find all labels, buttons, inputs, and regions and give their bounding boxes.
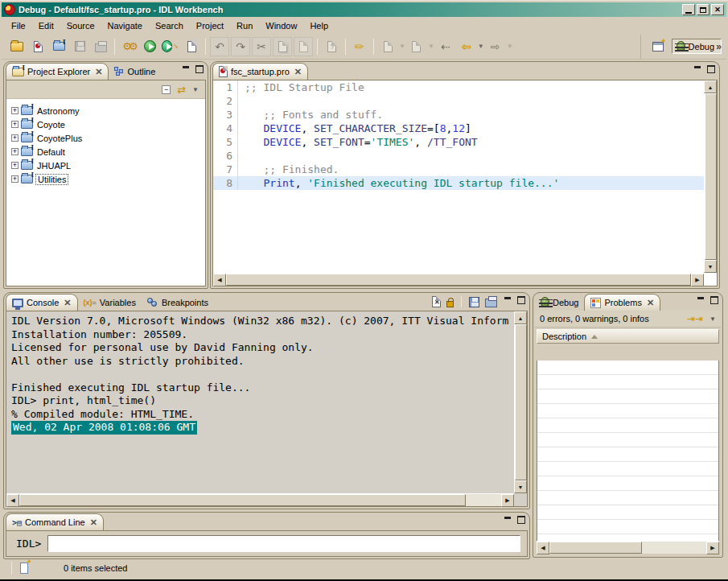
problems-scroll-right-icon[interactable]: ▶: [706, 542, 719, 554]
tree-item-astronomy[interactable]: + Astronomy: [6, 104, 205, 117]
problems-close-icon[interactable]: ✕: [647, 298, 654, 308]
new-project-button[interactable]: [49, 37, 68, 56]
description-column-header[interactable]: Description: [537, 329, 719, 344]
forward-dropdown[interactable]: ▼: [507, 43, 513, 50]
problems-minimize-icon[interactable]: [696, 296, 705, 305]
menu-window[interactable]: Window: [259, 19, 303, 33]
console-vertical-scrollbar[interactable]: ▲ ▼: [514, 311, 527, 493]
collapse-all-icon[interactable]: −: [162, 85, 171, 94]
print-button[interactable]: [91, 37, 110, 56]
debug-perspective-button[interactable]: Debug: [672, 39, 722, 54]
problems-table[interactable]: [537, 361, 719, 541]
scroll-right-icon[interactable]: ▶: [691, 274, 704, 286]
editor-horizontal-scrollbar[interactable]: ◀ ▶: [213, 273, 704, 286]
tab-debug[interactable]: Debug: [535, 294, 584, 311]
last-edit-location-button[interactable]: [378, 37, 397, 56]
console-scroll-down-icon[interactable]: ▼: [514, 480, 527, 493]
console-content[interactable]: IDL Version 7.0, Microsoft Windows (Win3…: [6, 311, 528, 507]
last-edit-dropdown[interactable]: ▼: [399, 43, 405, 50]
highlight-marker-button[interactable]: ✎: [350, 37, 369, 56]
code-line-1[interactable]: 1;; IDL Startup File: [213, 80, 704, 94]
menu-project[interactable]: Project: [190, 19, 230, 33]
command-line-close-icon[interactable]: ✕: [90, 517, 97, 528]
link-with-editor-icon[interactable]: ⇄: [177, 84, 186, 96]
project-explorer-maximize-icon[interactable]: [195, 65, 204, 74]
paste-button[interactable]: [294, 37, 313, 56]
profile-button[interactable]: [182, 37, 201, 56]
menu-navigate[interactable]: Navigate: [101, 19, 149, 33]
menu-edit[interactable]: Edit: [32, 19, 60, 33]
tree-item-utilities[interactable]: + Utilities: [6, 172, 205, 186]
expand-plus-icon[interactable]: +: [11, 148, 19, 155]
next-annotation-button[interactable]: [407, 37, 426, 56]
editor-tab-close-icon[interactable]: ✕: [294, 67, 302, 77]
code-line-5[interactable]: 5 DEVICE, SET_FONT='TIMES', /TT_FONT: [213, 135, 704, 149]
tab-console[interactable]: Console ✕: [6, 294, 78, 311]
view-menu-icon[interactable]: ▼: [192, 86, 199, 93]
scroll-down-icon[interactable]: ▼: [704, 260, 717, 273]
console-close-icon[interactable]: ✕: [64, 298, 71, 308]
expand-plus-icon[interactable]: +: [11, 175, 19, 183]
menu-file[interactable]: File: [5, 19, 32, 33]
expand-plus-icon[interactable]: +: [11, 107, 19, 114]
editor-vertical-scrollbar[interactable]: ▲ ▼: [704, 80, 717, 273]
copy-button[interactable]: [273, 37, 292, 56]
tab-outline[interactable]: Outline: [109, 63, 161, 80]
open-file-button[interactable]: [7, 37, 27, 56]
command-line-maximize-icon[interactable]: [516, 516, 525, 525]
command-line-minimize-icon[interactable]: [503, 516, 512, 525]
fast-view-icon[interactable]: [20, 562, 28, 574]
cut-button[interactable]: ✂: [252, 37, 271, 56]
menu-search[interactable]: Search: [149, 19, 190, 33]
save-console-icon[interactable]: [469, 297, 479, 307]
toolbar-overflow-chevron[interactable]: »: [716, 41, 722, 52]
clear-console-icon[interactable]: [432, 296, 441, 307]
scroll-up-icon[interactable]: ▲: [704, 80, 717, 93]
tab-problems[interactable]: Problems ✕: [584, 294, 660, 311]
redo-button[interactable]: ↷: [231, 37, 250, 56]
editor-maximize-icon[interactable]: [706, 65, 715, 74]
tree-item-default[interactable]: + Default: [6, 145, 205, 159]
scroll-lock-icon[interactable]: [446, 301, 454, 307]
problems-maximize-icon[interactable]: [709, 296, 718, 305]
save-button[interactable]: [70, 37, 89, 56]
compile-button[interactable]: ⚙⚙: [119, 37, 138, 56]
scroll-left-icon[interactable]: ◀: [213, 274, 226, 286]
code-area[interactable]: 1;; IDL Startup File23 ;; Fonts and stuf…: [213, 80, 704, 273]
editor-content[interactable]: 1;; IDL Startup File23 ;; Fonts and stuf…: [212, 80, 718, 286]
editor-minimize-icon[interactable]: [693, 65, 701, 74]
problems-scroll-left-icon[interactable]: ◀: [537, 542, 549, 554]
project-explorer-minimize-icon[interactable]: [181, 65, 190, 74]
filter-icon[interactable]: ⇥⇥: [687, 313, 703, 324]
open-perspective-button[interactable]: [648, 37, 668, 56]
code-line-3[interactable]: 3 ;; Fonts and stuff.: [213, 108, 704, 122]
console-scroll-up-icon[interactable]: ▲: [514, 311, 527, 324]
maximize-button[interactable]: [697, 4, 709, 15]
tree-item-coyoteplus[interactable]: + CoyotePlus: [6, 131, 205, 145]
menu-help[interactable]: Help: [303, 19, 335, 33]
tab-breakpoints[interactable]: Breakpoints: [142, 294, 214, 311]
tree-item-jhuapl[interactable]: + JHUAPL: [6, 159, 205, 172]
forward-button[interactable]: ⇨: [486, 37, 505, 56]
code-line-8[interactable]: 8 Print, 'Finished executing IDL startup…: [213, 176, 704, 190]
code-line-2[interactable]: 2: [213, 94, 704, 108]
problems-menu-icon[interactable]: ▼: [709, 315, 716, 323]
run-resolve-button[interactable]: ➘: [161, 37, 180, 56]
title-bar[interactable]: Debug - Default/fsc_startup.pro - IDL Wo…: [2, 2, 726, 17]
close-button[interactable]: ✕: [711, 4, 724, 15]
tab-variables[interactable]: (x)= Variables: [78, 294, 142, 311]
expand-plus-icon[interactable]: +: [11, 134, 19, 142]
back-to-last-edit-button[interactable]: ⇠: [436, 37, 455, 56]
code-line-4[interactable]: 4 DEVICE, SET_CHARACTER_SIZE=[8,12]: [213, 122, 704, 135]
code-line-6[interactable]: 6: [213, 149, 704, 163]
console-scroll-left-icon[interactable]: ◀: [6, 494, 19, 507]
back-button[interactable]: ⇦: [457, 37, 476, 56]
tree-item-coyote[interactable]: + Coyote: [6, 117, 205, 131]
console-minimize-icon[interactable]: [503, 296, 512, 305]
console-scroll-right-icon[interactable]: ▶: [501, 494, 514, 507]
menu-run[interactable]: Run: [230, 19, 259, 33]
expand-plus-icon[interactable]: +: [11, 121, 19, 128]
new-idl-file-button[interactable]: [28, 37, 47, 56]
console-maximize-icon[interactable]: [516, 296, 525, 305]
tab-command-line[interactable]: >▤ Command Line ✕: [6, 513, 104, 530]
